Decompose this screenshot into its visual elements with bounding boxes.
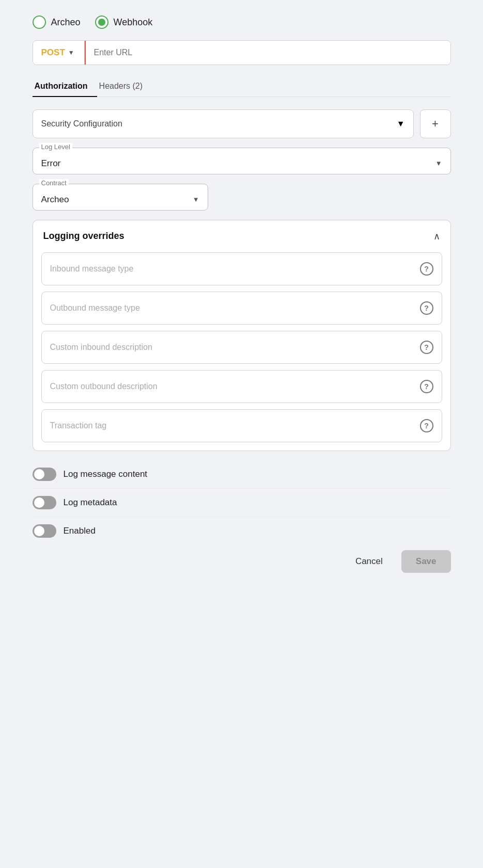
- inbound-message-type-label: Inbound message type: [50, 264, 134, 274]
- save-button[interactable]: Save: [401, 550, 451, 573]
- tab-authorization[interactable]: Authorization: [33, 76, 97, 97]
- tabs-row: Authorization Headers (2): [33, 76, 451, 97]
- logging-overrides-body: Inbound message type ? Outbound message …: [33, 252, 450, 451]
- radio-circle-webhook: [95, 15, 108, 29]
- logging-overrides-header[interactable]: Logging overrides: [33, 220, 450, 252]
- custom-outbound-description-field[interactable]: Custom outbound description ?: [41, 370, 442, 403]
- log-message-content-toggle[interactable]: [33, 468, 56, 481]
- toggle-enabled: Enabled: [33, 517, 451, 545]
- radio-webhook[interactable]: Webhook: [95, 15, 153, 29]
- security-add-button[interactable]: +: [420, 109, 451, 138]
- contract-value-row: Archeo ▼: [41, 195, 199, 205]
- method-label: POST: [41, 47, 65, 58]
- log-level-field[interactable]: Log Level Error ▼: [33, 148, 451, 174]
- custom-inbound-description-label: Custom inbound description: [50, 343, 152, 352]
- contract-label: Contract: [39, 179, 69, 187]
- enabled-toggle[interactable]: [33, 524, 56, 538]
- toggle-log-metadata: Log metadata: [33, 489, 451, 517]
- inbound-message-type-field[interactable]: Inbound message type ?: [41, 252, 442, 285]
- radio-label-archeo: Archeo: [51, 17, 81, 28]
- custom-inbound-description-field[interactable]: Custom inbound description ?: [41, 331, 442, 364]
- action-bar: Cancel Save: [33, 545, 451, 573]
- security-config-label: Security Configuration: [41, 119, 122, 128]
- log-level-dropdown-icon: ▼: [435, 159, 442, 167]
- custom-outbound-description-label: Custom outbound description: [50, 382, 158, 391]
- method-selector[interactable]: POST ▼: [33, 41, 85, 65]
- toggle-section: Log message content Log metadata Enabled: [33, 460, 451, 545]
- url-row: POST ▼: [33, 40, 451, 65]
- radio-archeo[interactable]: Archeo: [33, 15, 81, 29]
- transaction-tag-label: Transaction tag: [50, 421, 107, 430]
- log-metadata-toggle[interactable]: [33, 496, 56, 509]
- radio-group: Archeo Webhook: [33, 15, 451, 29]
- contract-value: Archeo: [41, 195, 69, 205]
- transaction-tag-field[interactable]: Transaction tag ?: [41, 409, 442, 442]
- method-dropdown-icon: ▼: [68, 49, 74, 56]
- security-dropdown-icon: ▼: [397, 119, 405, 128]
- log-level-value: Error: [41, 158, 61, 169]
- plus-icon: +: [432, 117, 439, 131]
- form-container: Archeo Webhook POST ▼ Authorization Head…: [33, 15, 451, 853]
- security-config-row: Security Configuration ▼ +: [33, 109, 451, 138]
- enabled-label: Enabled: [64, 526, 96, 536]
- outbound-message-type-help-icon[interactable]: ?: [420, 301, 433, 315]
- logging-overrides-title: Logging overrides: [43, 231, 124, 242]
- log-metadata-label: Log metadata: [64, 497, 117, 508]
- url-input[interactable]: [85, 41, 450, 65]
- inbound-message-type-help-icon[interactable]: ?: [420, 262, 433, 276]
- toggle-log-message-content: Log message content: [33, 460, 451, 489]
- tab-headers[interactable]: Headers (2): [97, 76, 152, 97]
- radio-circle-archeo: [33, 15, 46, 29]
- cancel-button[interactable]: Cancel: [345, 550, 393, 573]
- transaction-tag-help-icon[interactable]: ?: [420, 419, 433, 432]
- log-level-label: Log Level: [39, 143, 72, 151]
- custom-outbound-description-help-icon[interactable]: ?: [420, 380, 433, 393]
- radio-label-webhook: Webhook: [114, 17, 153, 28]
- security-config-select[interactable]: Security Configuration ▼: [33, 109, 414, 138]
- log-level-value-row: Error ▼: [41, 158, 442, 169]
- contract-field[interactable]: Contract Archeo ▼: [33, 184, 208, 211]
- logging-overrides-card: Logging overrides Inbound message type ?…: [33, 220, 451, 451]
- outbound-message-type-field[interactable]: Outbound message type ?: [41, 292, 442, 325]
- contract-dropdown-icon: ▼: [193, 196, 199, 203]
- custom-inbound-description-help-icon[interactable]: ?: [420, 341, 433, 354]
- log-message-content-label: Log message content: [64, 469, 148, 479]
- outbound-message-type-label: Outbound message type: [50, 303, 140, 313]
- logging-overrides-collapse-icon: [433, 231, 440, 242]
